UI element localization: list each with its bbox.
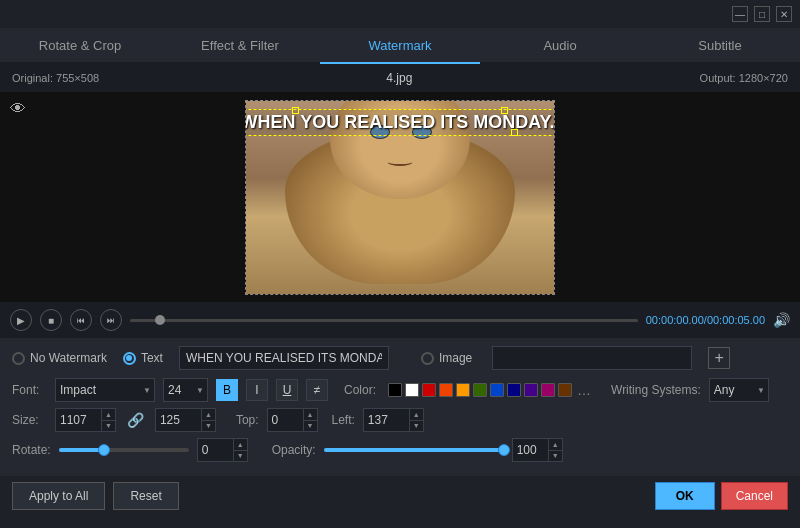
left-spinners: ▲ ▼ — [409, 409, 423, 431]
color-swatch-pink[interactable] — [541, 383, 555, 397]
top-down-spinner[interactable]: ▼ — [304, 421, 317, 432]
next-button[interactable]: ⏭ — [100, 309, 122, 331]
height-input-group: ▲ ▼ — [155, 408, 216, 432]
size-select[interactable]: 24 12 18 36 48 — [163, 378, 208, 402]
bottom-right-buttons: OK Cancel — [655, 482, 788, 510]
rotate-down-spinner[interactable]: ▼ — [234, 451, 247, 462]
opacity-slider-fill — [324, 448, 504, 452]
top-label: Top: — [236, 413, 259, 427]
add-image-button[interactable]: + — [708, 347, 730, 369]
progress-track[interactable] — [130, 319, 638, 322]
color-swatch-black[interactable] — [388, 383, 402, 397]
height-spinners: ▲ ▼ — [201, 409, 215, 431]
color-swatch-blue[interactable] — [490, 383, 504, 397]
font-row-label: Font: — [12, 383, 47, 397]
prev-button[interactable]: ⏮ — [70, 309, 92, 331]
minimize-button[interactable]: — — [732, 6, 748, 22]
no-watermark-radio[interactable] — [12, 352, 25, 365]
opacity-input[interactable] — [513, 443, 548, 457]
controls-area: No Watermark Text Image + Font: Impact A… — [0, 338, 800, 476]
progress-thumb[interactable] — [155, 315, 165, 325]
rotate-slider-track[interactable] — [59, 448, 189, 452]
preview-controls-left: 👁 — [10, 100, 26, 118]
maximize-button[interactable]: □ — [754, 6, 770, 22]
preview-image-container: WHEN YOU REALISED ITS MONDAY.. — [245, 100, 555, 295]
apply-to-all-button[interactable]: Apply to All — [12, 482, 105, 510]
eye-icon[interactable]: 👁 — [10, 100, 26, 118]
opacity-spinners: ▲ ▼ — [548, 439, 562, 461]
color-swatch-yellow[interactable] — [456, 383, 470, 397]
size-select-wrapper: 24 12 18 36 48 — [163, 378, 208, 402]
left-up-spinner[interactable]: ▲ — [410, 409, 423, 421]
no-watermark-label: No Watermark — [30, 351, 107, 365]
image-watermark-option[interactable]: Image — [421, 351, 472, 365]
stop-button[interactable]: ■ — [40, 309, 62, 331]
opacity-down-spinner[interactable]: ▼ — [549, 451, 562, 462]
tab-audio[interactable]: Audio — [480, 28, 640, 64]
left-down-spinner[interactable]: ▼ — [410, 421, 423, 432]
font-select[interactable]: Impact Arial Times New Roman — [55, 378, 155, 402]
rotate-row: Rotate: ▲ ▼ Opacity: ▲ ▼ — [12, 438, 788, 462]
bold-button[interactable]: B — [216, 379, 238, 401]
width-up-spinner[interactable]: ▲ — [102, 409, 115, 421]
height-up-spinner[interactable]: ▲ — [202, 409, 215, 421]
top-input[interactable] — [268, 413, 303, 427]
ok-button[interactable]: OK — [655, 482, 715, 510]
tab-bar: Rotate & Crop Effect & Filter Watermark … — [0, 28, 800, 64]
image-watermark-radio[interactable] — [421, 352, 434, 365]
width-down-spinner[interactable]: ▼ — [102, 421, 115, 432]
width-spinners: ▲ ▼ — [101, 409, 115, 431]
left-input[interactable] — [364, 413, 409, 427]
color-swatch-purple[interactable] — [524, 383, 538, 397]
tab-watermark[interactable]: Watermark — [320, 28, 480, 64]
close-button[interactable]: ✕ — [776, 6, 792, 22]
color-swatch-brown[interactable] — [558, 383, 572, 397]
watermark-text-input[interactable] — [179, 346, 389, 370]
link-icon[interactable]: 🔗 — [127, 412, 144, 428]
height-down-spinner[interactable]: ▼ — [202, 421, 215, 432]
image-watermark-label: Image — [439, 351, 472, 365]
reset-button[interactable]: Reset — [113, 482, 178, 510]
color-swatch-navy[interactable] — [507, 383, 521, 397]
width-input[interactable] — [56, 413, 101, 427]
bottom-row: Apply to All Reset OK Cancel — [0, 476, 800, 516]
no-watermark-option[interactable]: No Watermark — [12, 351, 107, 365]
rotate-up-spinner[interactable]: ▲ — [234, 439, 247, 451]
italic-button[interactable]: I — [246, 379, 268, 401]
opacity-slider-track[interactable] — [324, 448, 504, 452]
text-watermark-radio[interactable] — [123, 352, 136, 365]
width-input-group: ▲ ▼ — [55, 408, 116, 432]
color-swatch-white[interactable] — [405, 383, 419, 397]
color-row-label: Color: — [344, 383, 376, 397]
text-watermark-option[interactable]: Text — [123, 351, 163, 365]
underline-button[interactable]: U — [276, 379, 298, 401]
rotate-slider-thumb[interactable] — [98, 444, 110, 456]
top-spinners: ▲ ▼ — [303, 409, 317, 431]
playback-bar: ▶ ■ ⏮ ⏭ 00:00:00.00/00:00:05.00 🔊 — [0, 302, 800, 338]
opacity-up-spinner[interactable]: ▲ — [549, 439, 562, 451]
color-swatches: … — [388, 382, 591, 398]
strikethrough-button[interactable]: ≠ — [306, 379, 328, 401]
tab-effect-filter[interactable]: Effect & Filter — [160, 28, 320, 64]
preview-image: WHEN YOU REALISED ITS MONDAY.. — [246, 101, 554, 294]
volume-icon[interactable]: 🔊 — [773, 312, 790, 328]
writing-system-select[interactable]: Any Latin CJK — [709, 378, 769, 402]
tab-rotate-crop[interactable]: Rotate & Crop — [0, 28, 160, 64]
color-swatch-red[interactable] — [422, 383, 436, 397]
watermark-image-input[interactable] — [492, 346, 692, 370]
color-swatch-green[interactable] — [473, 383, 487, 397]
opacity-slider-thumb[interactable] — [498, 444, 510, 456]
rotate-input[interactable] — [198, 443, 233, 457]
more-colors-button[interactable]: … — [577, 382, 591, 398]
writing-systems-label: Writing Systems: — [611, 383, 701, 397]
left-input-group: ▲ ▼ — [363, 408, 424, 432]
top-up-spinner[interactable]: ▲ — [304, 409, 317, 421]
original-resolution: Original: 755×508 — [12, 72, 99, 84]
play-button[interactable]: ▶ — [10, 309, 32, 331]
top-input-group: ▲ ▼ — [267, 408, 318, 432]
rotate-row-label: Rotate: — [12, 443, 51, 457]
color-swatch-orange[interactable] — [439, 383, 453, 397]
height-input[interactable] — [156, 413, 201, 427]
cancel-button[interactable]: Cancel — [721, 482, 788, 510]
tab-subtitle[interactable]: Subtitle — [640, 28, 800, 64]
